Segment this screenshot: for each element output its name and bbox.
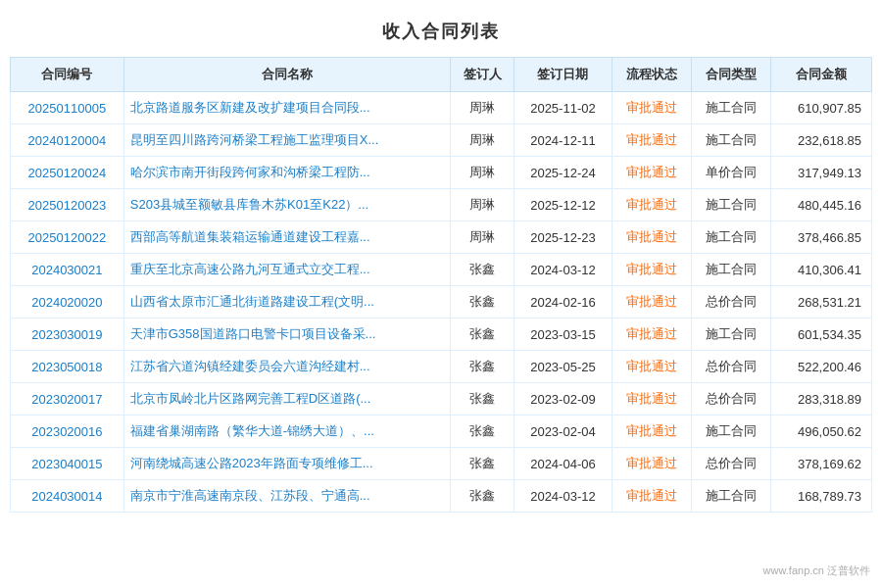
signer-cell: 周琳 — [451, 189, 514, 221]
status-badge: 审批通过 — [626, 262, 677, 276]
contract-name-cell[interactable]: 山西省太原市汇通北街道路建设工程(文明... — [123, 286, 450, 318]
date-cell: 2024-03-12 — [514, 254, 612, 286]
date-cell: 2023-05-25 — [514, 351, 612, 383]
amount-cell: 480,445.16 — [771, 189, 872, 221]
table-row: 2023050018江苏省六道沟镇经建委员会六道沟经建村...张鑫2023-05… — [11, 351, 872, 383]
contract-id-cell[interactable]: 20250110005 — [11, 92, 124, 124]
date-cell: 2025-12-23 — [514, 221, 612, 254]
contract-type-cell: 总价合同 — [691, 351, 770, 383]
amount-cell: 168,789.73 — [771, 480, 872, 513]
contract-name-cell[interactable]: 天津市G358国道路口电警卡口项目设备采... — [123, 318, 450, 351]
table-row: 20240120004昆明至四川路跨河桥梁工程施工监理项目X...周琳2024-… — [11, 124, 872, 157]
page-container: 收入合同列表 合同编号 合同名称 签订人 签订日期 流程状态 合同类型 合同金额… — [0, 0, 882, 588]
contract-id-cell[interactable]: 20240120004 — [11, 124, 124, 157]
table-row: 20250120022西部高等航道集装箱运输通道建设工程嘉...周琳2025-1… — [11, 221, 872, 254]
contract-name-cell[interactable]: 哈尔滨市南开街段跨何家和沟桥梁工程防... — [123, 157, 450, 189]
status-badge: 审批通过 — [626, 359, 677, 373]
signer-cell: 周琳 — [451, 92, 514, 124]
contract-name-cell[interactable]: 昆明至四川路跨河桥梁工程施工监理项目X... — [123, 124, 450, 157]
col-header-amount: 合同金额 — [771, 58, 872, 92]
status-cell: 审批通过 — [612, 318, 691, 351]
status-badge: 审批通过 — [626, 197, 677, 212]
contract-id-cell[interactable]: 2024020020 — [11, 286, 124, 318]
date-cell: 2023-02-09 — [514, 383, 612, 416]
contract-name-cell[interactable]: 北京路道服务区新建及改扩建项目合同段... — [123, 92, 450, 124]
status-cell: 审批通过 — [612, 92, 691, 124]
col-header-signer: 签订人 — [451, 58, 514, 92]
date-cell: 2023-03-15 — [514, 318, 612, 351]
table-row: 2024030014南京市宁淮高速南京段、江苏段、宁通高...张鑫2024-03… — [11, 480, 872, 513]
contract-id-cell[interactable]: 20250120024 — [11, 157, 124, 189]
contract-id-cell[interactable]: 20250120022 — [11, 221, 124, 254]
contract-id-cell[interactable]: 2023020017 — [11, 383, 124, 416]
table-row: 2023030019天津市G358国道路口电警卡口项目设备采...张鑫2023-… — [11, 318, 872, 351]
contract-type-cell: 施工合同 — [691, 480, 770, 513]
status-badge: 审批通过 — [626, 391, 677, 406]
signer-cell: 周琳 — [451, 157, 514, 189]
page-title: 收入合同列表 — [0, 10, 882, 57]
status-badge: 审批通过 — [626, 456, 677, 470]
contract-id-cell[interactable]: 2023040015 — [11, 448, 124, 480]
status-badge: 审批通过 — [626, 165, 677, 179]
status-cell: 审批通过 — [612, 383, 691, 416]
status-badge: 审批通过 — [626, 488, 677, 503]
table-row: 2023020016福建省巢湖南路（繁华大道-锦绣大道）、...张鑫2023-0… — [11, 416, 872, 448]
col-header-name: 合同名称 — [123, 58, 450, 92]
contract-type-cell: 总价合同 — [691, 286, 770, 318]
signer-cell: 张鑫 — [451, 351, 514, 383]
table-wrapper: 合同编号 合同名称 签订人 签订日期 流程状态 合同类型 合同金额 202501… — [0, 57, 882, 513]
contract-type-cell: 总价合同 — [691, 448, 770, 480]
contract-type-cell: 施工合同 — [691, 318, 770, 351]
status-badge: 审批通过 — [626, 294, 677, 309]
amount-cell: 496,050.62 — [771, 416, 872, 448]
amount-cell: 610,907.85 — [771, 92, 872, 124]
col-header-id: 合同编号 — [11, 58, 124, 92]
status-badge: 审批通过 — [626, 229, 677, 244]
table-row: 2023020017北京市凤岭北片区路网完善工程D区道路(...张鑫2023-0… — [11, 383, 872, 416]
contract-type-cell: 施工合同 — [691, 254, 770, 286]
contract-type-cell: 施工合同 — [691, 124, 770, 157]
date-cell: 2024-03-12 — [514, 480, 612, 513]
table-header-row: 合同编号 合同名称 签订人 签订日期 流程状态 合同类型 合同金额 — [11, 58, 872, 92]
contract-type-cell: 施工合同 — [691, 221, 770, 254]
signer-cell: 张鑫 — [451, 286, 514, 318]
table-row: 2023040015河南绕城高速公路2023年路面专项维修工...张鑫2024-… — [11, 448, 872, 480]
table-row: 20250120024哈尔滨市南开街段跨何家和沟桥梁工程防...周琳2025-1… — [11, 157, 872, 189]
col-header-type: 合同类型 — [691, 58, 770, 92]
status-badge: 审批通过 — [626, 423, 677, 438]
table-row: 2024020020山西省太原市汇通北街道路建设工程(文明...张鑫2024-0… — [11, 286, 872, 318]
status-cell: 审批通过 — [612, 221, 691, 254]
date-cell: 2025-12-12 — [514, 189, 612, 221]
contract-id-cell[interactable]: 2024030021 — [11, 254, 124, 286]
date-cell: 2025-11-02 — [514, 92, 612, 124]
signer-cell: 张鑫 — [451, 416, 514, 448]
status-cell: 审批通过 — [612, 157, 691, 189]
status-cell: 审批通过 — [612, 416, 691, 448]
contract-name-cell[interactable]: 南京市宁淮高速南京段、江苏段、宁通高... — [123, 480, 450, 513]
contract-id-cell[interactable]: 20250120023 — [11, 189, 124, 221]
date-cell: 2024-12-11 — [514, 124, 612, 157]
signer-cell: 周琳 — [451, 124, 514, 157]
contract-id-cell[interactable]: 2023020016 — [11, 416, 124, 448]
status-badge: 审批通过 — [626, 100, 677, 115]
contract-id-cell[interactable]: 2023030019 — [11, 318, 124, 351]
watermark: www.fanp.cn 泛普软件 — [760, 562, 874, 580]
contract-name-cell[interactable]: 河南绕城高速公路2023年路面专项维修工... — [123, 448, 450, 480]
contract-id-cell[interactable]: 2023050018 — [11, 351, 124, 383]
signer-cell: 张鑫 — [451, 383, 514, 416]
contract-name-cell[interactable]: 福建省巢湖南路（繁华大道-锦绣大道）、... — [123, 416, 450, 448]
contract-name-cell[interactable]: 重庆至北京高速公路九河互通式立交工程... — [123, 254, 450, 286]
amount-cell: 410,306.41 — [771, 254, 872, 286]
table-row: 20250120023S203县城至额敏县库鲁木苏K01至K22）...周琳20… — [11, 189, 872, 221]
date-cell: 2023-02-04 — [514, 416, 612, 448]
col-header-date: 签订日期 — [514, 58, 612, 92]
contract-id-cell[interactable]: 2024030014 — [11, 480, 124, 513]
contract-name-cell[interactable]: 江苏省六道沟镇经建委员会六道沟经建村... — [123, 351, 450, 383]
contract-name-cell[interactable]: S203县城至额敏县库鲁木苏K01至K22）... — [123, 189, 450, 221]
amount-cell: 232,618.85 — [771, 124, 872, 157]
status-badge: 审批通过 — [626, 132, 677, 147]
status-badge: 审批通过 — [626, 326, 677, 341]
contract-name-cell[interactable]: 西部高等航道集装箱运输通道建设工程嘉... — [123, 221, 450, 254]
contract-type-cell: 施工合同 — [691, 416, 770, 448]
contract-name-cell[interactable]: 北京市凤岭北片区路网完善工程D区道路(... — [123, 383, 450, 416]
